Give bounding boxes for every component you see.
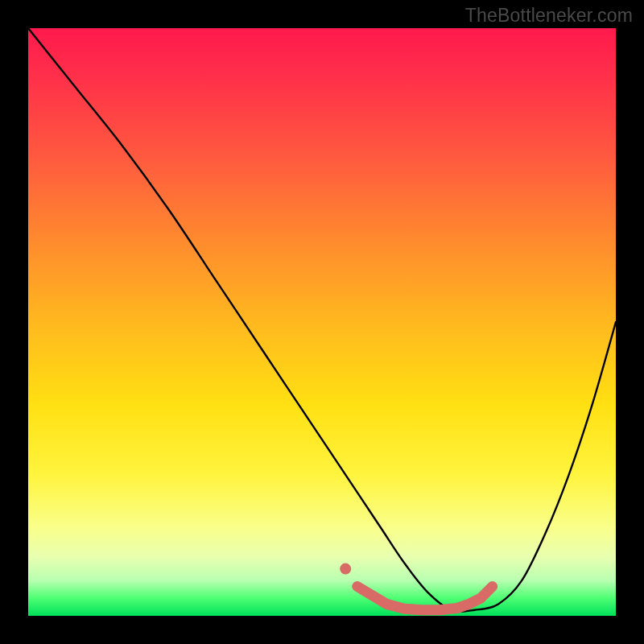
- watermark-text: TheBottleneker.com: [465, 5, 633, 27]
- curve-layer: [28, 28, 616, 616]
- highlight-dot: [340, 564, 351, 575]
- bottleneck-curve-path: [28, 28, 616, 612]
- highlight-points: [340, 564, 493, 610]
- plot-area: [28, 28, 616, 616]
- chart-frame: TheBottleneker.com: [0, 0, 644, 644]
